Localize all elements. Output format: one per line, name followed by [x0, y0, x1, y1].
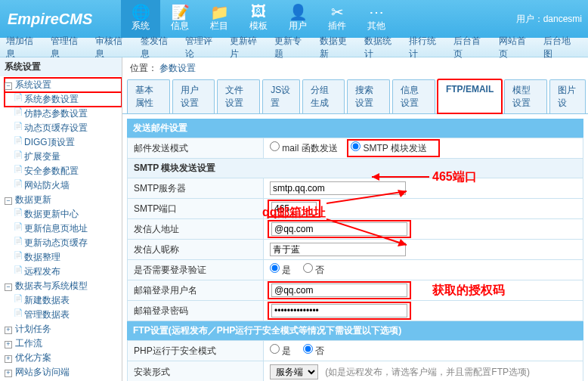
smtp-subhead: SMTP 模块发送设置	[128, 159, 583, 178]
install-type-note: (如是远程发布，请选客户端，并且需配置FTP选项)	[325, 367, 530, 377]
user-info: 用户：dancesmi	[516, 13, 588, 26]
smtp-port-input[interactable]	[271, 202, 317, 215]
subbar-link[interactable]: 后台地图	[543, 35, 577, 60]
topnav-icon: 🖼	[239, 3, 278, 20]
tab-JS设置[interactable]: JS设置	[262, 79, 300, 113]
tree-item[interactable]: 管理数据表	[5, 308, 122, 322]
subbar-link[interactable]: 管理评论	[185, 35, 219, 60]
topnav-icon: ✂	[317, 3, 357, 20]
topnav-icon: 📝	[160, 3, 200, 20]
subbar-link[interactable]: 网站首页	[499, 35, 533, 60]
login-pass-label: 邮箱登录密码	[128, 301, 264, 321]
subbar-link[interactable]: 更新专题	[274, 35, 308, 60]
tree-item[interactable]: 系统参数设置	[5, 92, 122, 107]
topnav-icon: 📁	[200, 3, 239, 20]
tree-item[interactable]: 仿静态参数设置	[5, 107, 122, 121]
sidebar-title: 系统设置	[0, 57, 122, 76]
tab-用户设置[interactable]: 用户设置	[172, 79, 215, 113]
tree-item[interactable]: 动态页缓存设置	[5, 121, 122, 135]
tab-图片设[interactable]: 图片设	[549, 79, 586, 113]
tree-item[interactable]: DIGG顶设置	[5, 135, 122, 150]
smtp-server-label: SMTP服务器	[128, 178, 264, 199]
topnav-信息[interactable]: 📝信息	[160, 0, 200, 38]
tree-item[interactable]: 扩展变量	[5, 150, 122, 164]
from-addr-label: 发信人地址	[128, 219, 264, 240]
tree-item[interactable]: 新建数据表	[5, 293, 122, 308]
breadcrumb: 位置： 参数设置	[122, 57, 588, 79]
tabs: 基本属性用户设置文件设置JS设置分组生成搜索设置信息设置FTP/EMAIL模型设…	[122, 79, 588, 114]
tree-item[interactable]: 数据整理	[5, 250, 122, 265]
tree-group[interactable]: 数据更新	[5, 193, 122, 207]
tree-item[interactable]: 更新信息页地址	[5, 221, 122, 236]
tree-item[interactable]: 网站防火墙	[5, 178, 122, 193]
tab-搜索设置[interactable]: 搜索设置	[347, 79, 390, 113]
topnav-系统[interactable]: 🌐系统	[121, 0, 160, 38]
subbar-link[interactable]: 签发信息	[141, 35, 175, 60]
topnav-栏目[interactable]: 📁栏目	[200, 0, 239, 38]
topnav-模板[interactable]: 🖼模板	[239, 0, 278, 38]
install-type-label: 安装形式	[128, 361, 264, 382]
topnav-用户[interactable]: 👤用户	[278, 0, 317, 38]
topnav-icon: 👤	[278, 3, 317, 20]
tree-group[interactable]: 系统设置	[5, 78, 122, 92]
tree-group[interactable]: 优化方案	[5, 351, 122, 365]
subbar-link[interactable]: 增加信息	[6, 35, 40, 60]
section-ftp-head: FTP设置(远程发布／PHP运行于安全模式等情况下需设置以下选项)	[127, 321, 583, 340]
auth-no[interactable]: 否	[303, 265, 324, 275]
sub-toolbar: 增加信息管理信息审核信息签发信息管理评论更新碎片更新专题数据更新数据统计排行统计…	[0, 38, 588, 57]
logo: EmpireCMS	[0, 11, 121, 28]
tree-group[interactable]: 计划任务	[5, 322, 122, 336]
safe-yes[interactable]: 是	[270, 345, 291, 356]
tree-group[interactable]: 工作流	[5, 336, 122, 351]
subbar-link[interactable]: 数据更新	[320, 35, 354, 60]
topnav-其他[interactable]: ⋯其他	[357, 0, 396, 38]
login-user-label: 邮箱登录用户名	[128, 280, 264, 301]
tree-item[interactable]: 远程发布	[5, 265, 122, 279]
login-user-input[interactable]	[271, 283, 407, 297]
tab-基本属性[interactable]: 基本属性	[127, 79, 170, 113]
tree-item[interactable]: 更新动态页缓存	[5, 236, 122, 250]
tree-group[interactable]: 网站多访问端	[5, 365, 122, 379]
tree-group[interactable]: 数据表与系统模型	[5, 279, 122, 293]
need-auth-label: 是否需要登录验证	[128, 260, 264, 280]
tab-模型设置[interactable]: 模型设置	[504, 79, 547, 113]
subbar-link[interactable]: 管理信息	[51, 35, 85, 60]
safe-no[interactable]: 否	[303, 345, 324, 356]
smtp-port-label: SMTP端口	[128, 199, 264, 219]
from-name-label: 发信人昵称	[128, 240, 264, 260]
tree-item[interactable]: 数据更新中心	[5, 207, 122, 221]
tab-分组生成[interactable]: 分组生成	[302, 79, 345, 113]
from-name-input[interactable]	[270, 243, 406, 256]
topnav-icon: ⋯	[357, 3, 396, 20]
from-addr-input[interactable]	[271, 222, 407, 236]
subbar-link[interactable]: 数据统计	[364, 35, 398, 60]
send-mode-smtp[interactable]: SMTP 模块发送	[351, 143, 427, 153]
subbar-link[interactable]: 审核信息	[95, 35, 129, 60]
install-type-select[interactable]: 服务端	[270, 364, 318, 379]
tree-item[interactable]: 安全参数配置	[5, 164, 122, 178]
login-pass-input[interactable]	[271, 304, 407, 318]
tab-信息设置[interactable]: 信息设置	[392, 79, 435, 113]
tab-FTP/EMAIL[interactable]: FTP/EMAIL	[438, 79, 502, 113]
topnav-插件[interactable]: ✂插件	[317, 0, 357, 38]
subbar-link[interactable]: 排行统计	[409, 35, 443, 60]
subbar-link[interactable]: 更新碎片	[230, 35, 264, 60]
auth-yes[interactable]: 是	[270, 265, 291, 275]
tab-文件设置[interactable]: 文件设置	[217, 79, 260, 113]
send-mode-mail[interactable]: mail 函数发送	[270, 143, 338, 153]
send-mode-label: 邮件发送模式	[128, 138, 264, 159]
subbar-link[interactable]: 后台首页	[453, 35, 487, 60]
smtp-server-input[interactable]	[270, 181, 406, 195]
safe-mode-label: PHP运行于安全模式	[128, 341, 264, 361]
topnav-icon: 🌐	[121, 3, 160, 20]
section-mail-head: 发送邮件设置	[127, 119, 583, 138]
sidebar: 系统设置 系统设置系统参数设置仿静态参数设置动态页缓存设置DIGG顶设置扩展变量…	[0, 57, 122, 381]
